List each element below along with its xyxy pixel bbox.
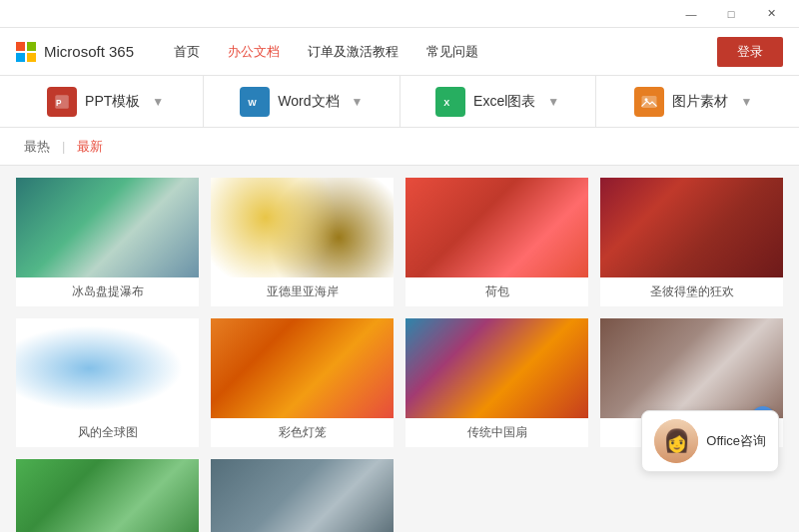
nav-bar: Microsoft 365 首页 办公文档 订单及激活教程 常见问题 登录 (0, 28, 799, 76)
nav-home[interactable]: 首页 (174, 43, 200, 61)
word-arrow-icon: ▼ (352, 95, 364, 109)
image-label: 图片素材 (672, 93, 728, 111)
nav-office[interactable]: 办公文档 (228, 43, 280, 61)
card-6[interactable]: 彩色灯笼 (211, 318, 394, 447)
card-1-label: 冰岛盘提瀑布 (16, 277, 199, 306)
category-excel[interactable]: X Excel图表 ▼ (400, 76, 596, 127)
card-3-label: 荷包 (405, 277, 588, 306)
svg-text:P: P (56, 98, 62, 107)
ppt-icon: P (47, 87, 77, 117)
avatar-face-icon: 👩 (654, 419, 698, 463)
card-7[interactable]: 传统中国扇 (405, 318, 588, 447)
card-5-label: 风的全球图 (16, 418, 199, 447)
excel-icon: X (435, 87, 465, 117)
category-image[interactable]: 图片素材 ▼ (596, 76, 791, 127)
card-6-label: 彩色灯笼 (211, 418, 394, 447)
card-1-image (16, 178, 199, 277)
window-controls: — □ ✕ (671, 0, 791, 28)
ppt-arrow-icon: ▼ (152, 95, 164, 109)
card-7-image (405, 318, 588, 418)
image-grid: 冰岛盘提瀑布 亚德里亚海岸 荷包 圣彼得堡的狂欢 风的全球图 彩色灯笼 (16, 178, 783, 532)
card-2-label: 亚德里亚海岸 (211, 277, 394, 306)
ppt-label: PPT模板 (85, 93, 140, 111)
card-5-image (16, 318, 199, 418)
card-6-image (211, 318, 394, 418)
chat-label: Office咨询 (706, 432, 766, 450)
category-bar: P PPT模板 ▼ W Word文档 ▼ X Excel图表 ▼ 图片素材 ▼ (0, 76, 799, 128)
card-2-image (211, 178, 394, 277)
category-word[interactable]: W Word文档 ▼ (204, 76, 400, 127)
image-arrow-icon: ▼ (740, 95, 752, 109)
ms-logo-icon (16, 42, 36, 62)
filter-divider: | (62, 139, 65, 154)
card-7-label: 传统中国扇 (405, 418, 588, 447)
card-1[interactable]: 冰岛盘提瀑布 (16, 178, 199, 306)
main-wrapper: 冰岛盘提瀑布 亚德里亚海岸 荷包 圣彼得堡的狂欢 风的全球图 彩色灯笼 (0, 166, 799, 532)
filter-bar: 最热 | 最新 (0, 128, 799, 166)
chat-bubble[interactable]: 👩 Office咨询 (641, 410, 779, 472)
svg-text:W: W (249, 97, 258, 107)
card-4-label: 圣彼得堡的狂欢 (600, 277, 783, 306)
filter-hot[interactable]: 最热 (16, 138, 58, 156)
card-9[interactable] (16, 459, 199, 532)
category-ppt[interactable]: P PPT模板 ▼ (8, 76, 204, 127)
logo-text: Microsoft 365 (44, 43, 134, 60)
maximize-button[interactable]: □ (711, 0, 751, 28)
minimize-button[interactable]: — (671, 0, 711, 28)
nav-orders[interactable]: 订单及激活教程 (308, 43, 399, 61)
card-3[interactable]: 荷包 (405, 178, 588, 306)
word-icon: W (240, 87, 270, 117)
close-button[interactable]: ✕ (751, 0, 791, 28)
card-4-image (600, 178, 783, 277)
excel-arrow-icon: ▼ (547, 95, 559, 109)
login-button[interactable]: 登录 (717, 37, 783, 67)
card-4[interactable]: 圣彼得堡的狂欢 (600, 178, 783, 306)
card-9-image (16, 459, 199, 532)
word-label: Word文档 (278, 93, 339, 111)
card-8-image (600, 318, 783, 418)
image-icon (634, 87, 664, 117)
excel-label: Excel图表 (473, 93, 535, 111)
card-10[interactable] (211, 459, 394, 532)
card-2[interactable]: 亚德里亚海岸 (211, 178, 394, 306)
chat-widget: ··· 👩 Office咨询 (641, 406, 779, 472)
nav-faq[interactable]: 常见问题 (426, 43, 478, 61)
svg-rect-4 (642, 96, 657, 108)
card-10-image (211, 459, 394, 532)
logo: Microsoft 365 (16, 42, 134, 62)
card-5[interactable]: 风的全球图 (16, 318, 199, 447)
svg-text:X: X (443, 97, 449, 107)
chat-avatar: 👩 (654, 419, 698, 463)
nav-links: 首页 办公文档 订单及激活教程 常见问题 (174, 43, 717, 61)
title-bar: — □ ✕ (0, 0, 799, 28)
card-3-image (405, 178, 588, 277)
main-content: 冰岛盘提瀑布 亚德里亚海岸 荷包 圣彼得堡的狂欢 风的全球图 彩色灯笼 (0, 166, 799, 532)
filter-new[interactable]: 最新 (69, 138, 111, 156)
